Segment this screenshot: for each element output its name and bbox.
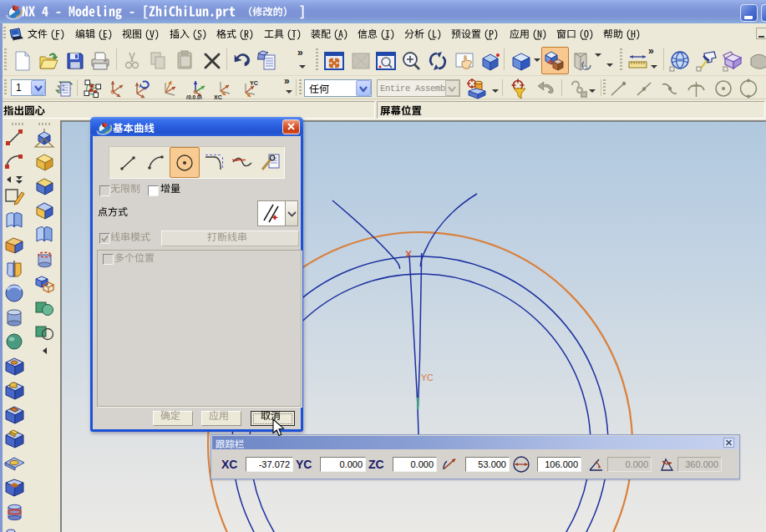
svg-text:YC: YC bbox=[421, 372, 434, 383]
